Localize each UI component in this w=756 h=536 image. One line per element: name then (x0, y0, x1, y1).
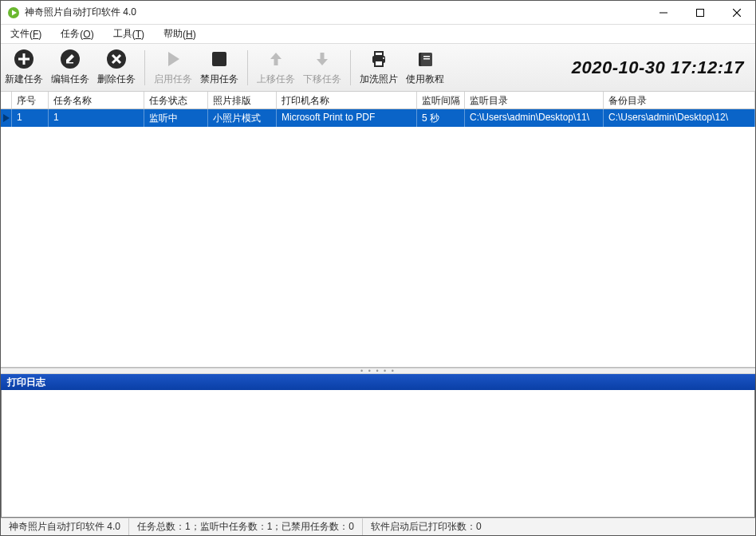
clock-display: 2020-10-30 17:12:17 (448, 57, 755, 78)
cell-backupdir: C:\Users\admin\Desktop\12\ (604, 109, 755, 127)
minimize-button[interactable] (645, 1, 682, 25)
play-icon (163, 49, 183, 69)
cell-layout: 小照片模式 (208, 109, 277, 127)
delete-task-button[interactable]: 删除任务 (93, 45, 140, 90)
titlebar: 神奇照片自动打印软件 4.0 (1, 1, 755, 25)
status-counts: 任务总数：1；监听中任务数：1；已禁用任务数：0 (129, 518, 363, 535)
plus-circle-icon (14, 49, 34, 69)
x-circle-icon (106, 49, 127, 69)
status-printed: 软件启动后已打印张数：0 (363, 518, 490, 535)
menubar: 文件(F) 任务(O) 工具(T) 帮助(H) (1, 25, 755, 44)
cell-printer: Microsoft Print to PDF (277, 109, 417, 127)
stop-icon (209, 49, 230, 69)
log-panel: 打印日志 (1, 374, 755, 518)
toolbar-separator (144, 50, 145, 85)
cell-watchdir: C:\Users\admin\Desktop\11\ (465, 109, 604, 127)
tutorial-button[interactable]: 使用教程 (402, 45, 448, 90)
printer-icon (368, 49, 389, 69)
book-icon (415, 49, 435, 69)
disable-task-button[interactable]: 禁用任务 (196, 45, 242, 90)
log-body[interactable] (1, 390, 755, 518)
edit-task-button[interactable]: 编辑任务 (47, 45, 93, 90)
column-status[interactable]: 任务状态 (144, 92, 208, 108)
menu-tool[interactable]: 工具(T) (104, 25, 154, 43)
menu-task[interactable]: 任务(O) (51, 25, 103, 43)
move-down-button[interactable]: 下移任务 (299, 45, 345, 90)
toolbar-label: 加洗照片 (360, 73, 398, 86)
svg-rect-11 (375, 52, 383, 56)
arrow-up-icon (266, 49, 286, 69)
toolbar-label: 删除任务 (97, 73, 136, 86)
toolbar-label: 下移任务 (303, 73, 341, 86)
status-appname: 神奇照片自动打印软件 4.0 (1, 518, 129, 535)
toolbar-separator (247, 50, 248, 85)
column-printer[interactable]: 打印机名称 (277, 92, 417, 108)
column-seq[interactable]: 序号 (12, 92, 49, 108)
add-photo-button[interactable]: 加洗照片 (356, 45, 402, 90)
app-window: 神奇照片自动打印软件 4.0 文件(F) 任务(O) 工具(T) 帮助(H) 新… (0, 0, 756, 536)
column-marker (1, 92, 12, 108)
svg-rect-9 (212, 52, 226, 66)
toolbar-label: 编辑任务 (51, 73, 89, 86)
table-header: 序号 任务名称 任务状态 照片排版 打印机名称 监听间隔 监听目录 备份目录 (1, 92, 755, 109)
new-task-button[interactable]: 新建任务 (1, 45, 47, 90)
move-up-button[interactable]: 上移任务 (253, 45, 299, 90)
column-watchdir[interactable]: 监听目录 (465, 92, 604, 108)
split-handle[interactable]: • • • • • (1, 368, 755, 374)
svg-rect-12 (375, 61, 383, 66)
toolbar-label: 禁用任务 (200, 73, 238, 86)
svg-rect-7 (66, 62, 73, 64)
edit-circle-icon (60, 49, 81, 69)
task-table: 序号 任务名称 任务状态 照片排版 打印机名称 监听间隔 监听目录 备份目录 1… (1, 92, 755, 368)
table-row[interactable]: 1 1 监听中 小照片模式 Microsoft Print to PDF 5 秒… (1, 109, 755, 127)
svg-rect-16 (423, 56, 430, 57)
cell-interval: 5 秒 (417, 109, 465, 127)
cell-status: 监听中 (144, 109, 208, 127)
svg-point-13 (383, 57, 384, 59)
svg-rect-1 (660, 12, 667, 13)
toolbar-label: 启用任务 (154, 73, 192, 86)
column-interval[interactable]: 监听间隔 (417, 92, 465, 108)
menu-help[interactable]: 帮助(H) (154, 25, 206, 43)
log-header: 打印日志 (1, 374, 755, 390)
toolbar: 新建任务 编辑任务 删除任务 启用任务 禁用任务 上移任务 下移任务 (1, 44, 755, 92)
arrow-down-icon (312, 49, 333, 69)
cell-name: 1 (49, 109, 144, 127)
row-indicator-icon (1, 109, 12, 127)
toolbar-separator (350, 50, 351, 85)
toolbar-label: 新建任务 (5, 73, 43, 86)
enable-task-button[interactable]: 启用任务 (150, 45, 196, 90)
column-backupdir[interactable]: 备份目录 (604, 92, 755, 108)
app-icon (7, 6, 20, 19)
cell-seq: 1 (12, 109, 49, 127)
svg-rect-2 (697, 9, 704, 16)
column-name[interactable]: 任务名称 (49, 92, 144, 108)
toolbar-label: 上移任务 (257, 73, 295, 86)
maximize-button[interactable] (682, 1, 719, 25)
column-layout[interactable]: 照片排版 (208, 92, 277, 108)
menu-file[interactable]: 文件(F) (1, 25, 51, 43)
statusbar: 神奇照片自动打印软件 4.0 任务总数：1；监听中任务数：1；已禁用任务数：0 … (1, 518, 755, 535)
toolbar-label: 使用教程 (406, 73, 444, 86)
table-body: 1 1 监听中 小照片模式 Microsoft Print to PDF 5 秒… (1, 109, 755, 367)
svg-rect-5 (18, 58, 30, 61)
window-title: 神奇照片自动打印软件 4.0 (25, 6, 136, 19)
svg-rect-17 (423, 58, 430, 60)
close-button[interactable] (719, 1, 755, 25)
